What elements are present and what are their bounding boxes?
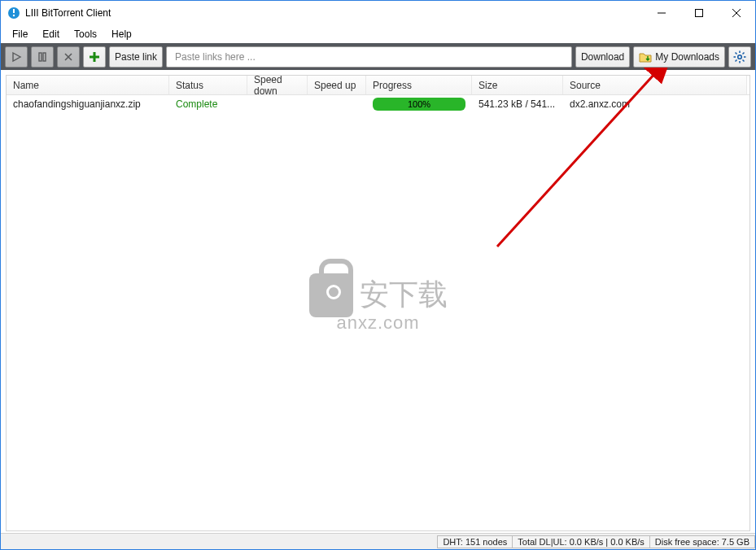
cancel-button[interactable] xyxy=(57,46,80,68)
progress-fill: 100% xyxy=(373,98,465,111)
lock-icon xyxy=(309,273,353,317)
progress-bar: 100% xyxy=(373,98,465,111)
paste-links-input[interactable]: Paste links here ... xyxy=(166,46,572,68)
my-downloads-button[interactable]: My Downloads xyxy=(633,46,725,68)
download-button[interactable]: Download xyxy=(575,46,630,68)
column-name[interactable]: Name xyxy=(7,76,169,94)
menu-file[interactable]: File xyxy=(6,27,34,41)
column-speed-up[interactable]: Speed up xyxy=(308,76,366,94)
menu-help[interactable]: Help xyxy=(105,27,138,41)
status-total: Total DL|UL: 0.0 KB/s | 0.0 KB/s xyxy=(512,535,650,548)
column-source[interactable]: Source xyxy=(563,76,747,94)
watermark-text1: 安下载 xyxy=(360,275,448,315)
titlebar: LIII BitTorrent Client xyxy=(1,1,755,25)
svg-line-20 xyxy=(743,52,745,54)
menubar: File Edit Tools Help xyxy=(1,25,755,43)
menu-tools[interactable]: Tools xyxy=(68,27,103,41)
column-status[interactable]: Status xyxy=(169,76,247,94)
paste-link-button[interactable]: Paste link xyxy=(109,46,163,68)
svg-point-13 xyxy=(738,55,742,59)
window-controls xyxy=(643,1,755,25)
svg-line-18 xyxy=(736,52,737,54)
cell-name: chaofandingshiguanjianxz.zip xyxy=(7,98,169,110)
svg-line-21 xyxy=(736,59,737,61)
svg-rect-8 xyxy=(43,53,46,61)
svg-rect-4 xyxy=(696,10,703,17)
cell-size: 541.23 kB / 541... xyxy=(472,98,563,110)
svg-rect-1 xyxy=(13,9,15,13)
status-disk: Disk free space: 7.5 GB xyxy=(649,535,755,548)
cell-source: dx2.anxz.com xyxy=(563,98,747,110)
status-dht: DHT: 151 nodes xyxy=(437,535,513,548)
cell-progress: 100% xyxy=(366,98,472,111)
minimize-button[interactable] xyxy=(643,1,680,25)
table-row[interactable]: chaofandingshiguanjianxz.zip Complete 10… xyxy=(7,95,749,113)
folder-icon xyxy=(639,51,652,63)
pause-button[interactable] xyxy=(31,46,54,68)
column-progress[interactable]: Progress xyxy=(366,76,472,94)
downloads-table: Name Status Speed down Speed up Progress… xyxy=(6,75,750,531)
table-header: Name Status Speed down Speed up Progress… xyxy=(7,76,749,95)
add-button[interactable] xyxy=(83,46,106,68)
close-button[interactable] xyxy=(718,1,755,25)
app-icon xyxy=(7,7,20,20)
menu-edit[interactable]: Edit xyxy=(36,27,66,41)
settings-button[interactable] xyxy=(728,46,751,68)
svg-point-2 xyxy=(13,15,15,16)
table-body: chaofandingshiguanjianxz.zip Complete 10… xyxy=(7,95,749,113)
column-speed-down[interactable]: Speed down xyxy=(247,76,308,94)
toolbar: Paste link Paste links here ... Download… xyxy=(1,43,755,70)
svg-line-19 xyxy=(743,59,745,61)
statusbar: DHT: 151 nodes Total DL|UL: 0.0 KB/s | 0… xyxy=(1,533,755,549)
maximize-button[interactable] xyxy=(680,1,718,25)
my-downloads-label: My Downloads xyxy=(655,51,719,63)
window-title: LIII BitTorrent Client xyxy=(25,7,643,19)
play-button[interactable] xyxy=(5,46,28,68)
watermark: 安下载 anxz.com xyxy=(309,273,448,334)
watermark-text2: anxz.com xyxy=(336,312,419,334)
column-size[interactable]: Size xyxy=(472,76,563,94)
paste-placeholder-text: Paste links here ... xyxy=(175,51,256,63)
svg-rect-7 xyxy=(39,53,42,61)
cell-status: Complete xyxy=(169,98,247,110)
